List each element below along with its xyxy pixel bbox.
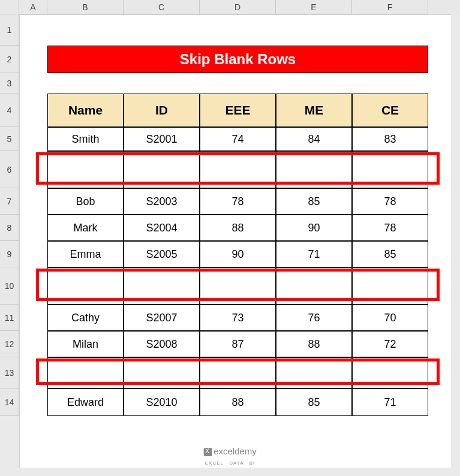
table-cell[interactable]: 85 <box>276 188 352 215</box>
row-header-10[interactable]: 10 <box>0 267 19 305</box>
header-me[interactable]: ME <box>276 94 352 127</box>
table-cell[interactable] <box>47 357 124 388</box>
table-cell[interactable]: 76 <box>276 305 352 331</box>
table-cell[interactable]: 90 <box>200 241 276 267</box>
header-name[interactable]: Name <box>47 94 124 127</box>
column-headers: A B C D E F <box>0 0 460 14</box>
row-header-8[interactable]: 8 <box>0 215 19 241</box>
row-header-7[interactable]: 7 <box>0 188 19 215</box>
table-cell[interactable]: Bob <box>47 188 124 215</box>
table-cell[interactable]: 71 <box>352 388 428 416</box>
table-cell[interactable]: S2007 <box>124 305 200 331</box>
table-cell[interactable]: 78 <box>352 188 428 215</box>
table-row: MarkS2004889078 <box>47 215 428 241</box>
table-row: EmmaS2005907185 <box>47 241 428 267</box>
table-cell[interactable]: 88 <box>200 388 276 416</box>
table-cell[interactable]: 90 <box>276 215 352 241</box>
table-row <box>47 357 428 388</box>
watermark-name: exceldemy <box>214 446 257 456</box>
corner-cell <box>0 0 19 14</box>
table-row: SmithS2001748483 <box>47 127 428 151</box>
table-cell[interactable]: 72 <box>352 331 428 357</box>
header-ce[interactable]: CE <box>352 94 428 127</box>
table-cell[interactable] <box>47 151 124 188</box>
table-cell[interactable]: 85 <box>352 241 428 267</box>
table-row: CathyS2007737670 <box>47 305 428 331</box>
table-cell[interactable] <box>352 357 428 388</box>
table-cell[interactable]: 84 <box>276 127 352 151</box>
table-cell[interactable]: S2010 <box>124 388 200 416</box>
table-cell[interactable]: 85 <box>276 388 352 416</box>
row-header-14[interactable]: 14 <box>0 388 19 416</box>
row-header-5[interactable]: 5 <box>0 127 19 151</box>
table-cell[interactable] <box>276 267 352 305</box>
table-cell[interactable] <box>276 151 352 188</box>
row-header-9[interactable]: 9 <box>0 241 19 267</box>
table-cell[interactable]: 87 <box>200 331 276 357</box>
table-cell[interactable]: S2005 <box>124 241 200 267</box>
table-cell[interactable] <box>352 151 428 188</box>
table-cell[interactable] <box>124 151 200 188</box>
table-row <box>47 151 428 188</box>
watermark: exceldemy EXCEL · DATA · BI <box>203 446 257 466</box>
row-header-13[interactable]: 13 <box>0 357 19 388</box>
table-cell[interactable]: Emma <box>47 241 124 267</box>
table-cell[interactable]: S2001 <box>124 127 200 151</box>
table-row: EdwardS2010888571 <box>47 388 428 416</box>
table-cell[interactable] <box>124 357 200 388</box>
header-id[interactable]: ID <box>124 94 200 127</box>
row-header-11[interactable]: 11 <box>0 305 19 331</box>
table-cell[interactable]: 88 <box>200 215 276 241</box>
table-cell[interactable]: 71 <box>276 241 352 267</box>
row-header-4[interactable]: 4 <box>0 94 19 127</box>
table-cell[interactable]: Mark <box>47 215 124 241</box>
watermark-tagline: EXCEL · DATA · BI <box>205 460 255 466</box>
table-cell[interactable]: 78 <box>200 188 276 215</box>
table-cell[interactable]: S2003 <box>124 188 200 215</box>
col-header-b[interactable]: B <box>47 0 124 14</box>
col-header-a[interactable]: A <box>19 0 47 14</box>
excel-icon <box>203 448 212 456</box>
row-header-2[interactable]: 2 <box>0 46 19 73</box>
row-header-1[interactable]: 1 <box>0 14 19 46</box>
table-cell[interactable]: 83 <box>352 127 428 151</box>
data-table: Name ID EEE ME CE SmithS2001748483BobS20… <box>47 94 428 416</box>
table-row <box>47 267 428 305</box>
table-cell[interactable]: Edward <box>47 388 124 416</box>
col-header-e[interactable]: E <box>276 0 352 14</box>
header-eee[interactable]: EEE <box>200 94 276 127</box>
col-header-d[interactable]: D <box>200 0 276 14</box>
table-cell[interactable]: Cathy <box>47 305 124 331</box>
table-cell[interactable]: 73 <box>200 305 276 331</box>
table-cell[interactable]: 74 <box>200 127 276 151</box>
table-cell[interactable]: Milan <box>47 331 124 357</box>
row-header-12[interactable]: 12 <box>0 331 19 357</box>
table-cell[interactable]: 88 <box>276 331 352 357</box>
row-headers: 1 2 3 4 5 6 7 8 9 10 11 12 13 14 <box>0 14 19 416</box>
table-cell[interactable] <box>200 357 276 388</box>
table-cell[interactable] <box>200 267 276 305</box>
table-cell[interactable]: S2004 <box>124 215 200 241</box>
table-cell[interactable] <box>124 267 200 305</box>
table-cell[interactable] <box>47 267 124 305</box>
table-cell[interactable] <box>276 357 352 388</box>
table-cell[interactable]: 70 <box>352 305 428 331</box>
table-cell[interactable]: Smith <box>47 127 124 151</box>
table-row: MilanS2008878872 <box>47 331 428 357</box>
table-cell[interactable] <box>352 267 428 305</box>
title-banner[interactable]: Skip Blank Rows <box>47 46 428 73</box>
table-cell[interactable]: S2008 <box>124 331 200 357</box>
title-text: Skip Blank Rows <box>180 51 296 68</box>
table-cell[interactable]: 78 <box>352 215 428 241</box>
table-header-row: Name ID EEE ME CE <box>47 94 428 127</box>
table-row: BobS2003788578 <box>47 188 428 215</box>
table-cell[interactable] <box>200 151 276 188</box>
row-header-6[interactable]: 6 <box>0 151 19 188</box>
col-header-c[interactable]: C <box>124 0 200 14</box>
row-header-3[interactable]: 3 <box>0 73 19 94</box>
col-header-f[interactable]: F <box>352 0 428 14</box>
